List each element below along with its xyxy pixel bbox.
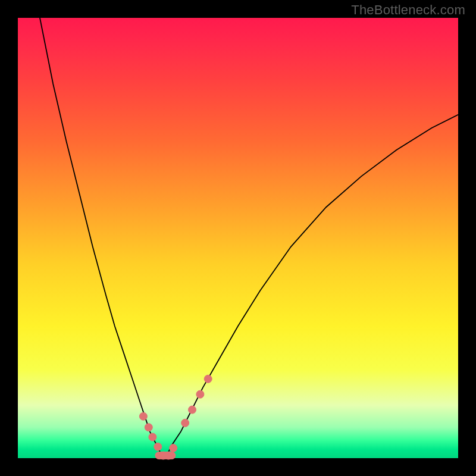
marker-dot bbox=[154, 443, 162, 450]
right-branch-curve bbox=[163, 115, 458, 458]
marker-dot bbox=[196, 390, 204, 398]
marker-dot bbox=[170, 444, 177, 452]
bottom-markers bbox=[139, 375, 212, 459]
marker-dot bbox=[181, 419, 189, 427]
marker-dot bbox=[149, 433, 156, 441]
marker-trough-bar bbox=[155, 452, 176, 459]
marker-dot bbox=[145, 424, 152, 431]
plot-area bbox=[18, 18, 458, 458]
marker-dot bbox=[204, 375, 212, 383]
watermark-text: TheBottleneck.com bbox=[351, 2, 465, 18]
marker-dot bbox=[189, 406, 196, 414]
left-branch-curve bbox=[40, 18, 163, 458]
chart-container: TheBottleneck.com bbox=[0, 0, 476, 476]
marker-dot bbox=[139, 412, 147, 420]
curves-svg bbox=[18, 18, 458, 458]
